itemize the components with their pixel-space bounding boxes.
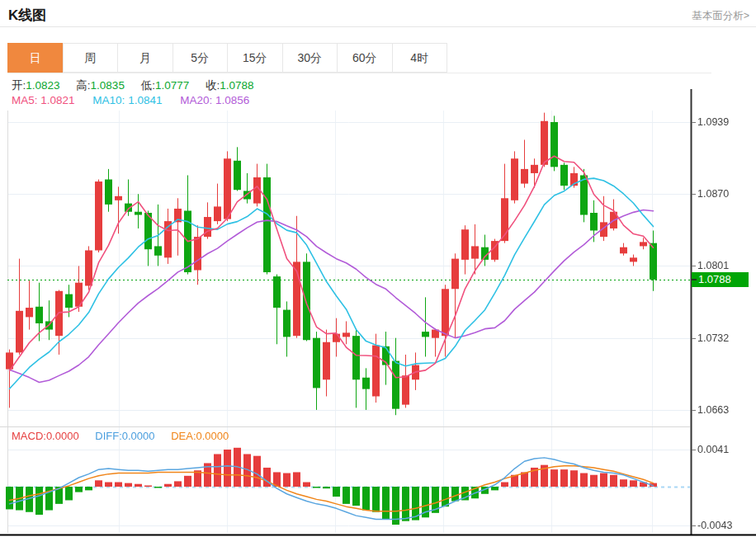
kline-chart-canvas[interactable] [0, 0, 756, 537]
price-axis-tick-label: 1.0732 [697, 332, 752, 345]
tick-dash-icon [692, 279, 697, 280]
price-axis-tick-label: 1.0870 [697, 187, 752, 200]
macd-axis-tick-label: 0.0041 [697, 443, 752, 456]
price-axis-tick-label: 1.0801 [697, 259, 752, 272]
price-axis-tick-label: 1.0663 [697, 403, 752, 417]
diff-value: DIFF:0.0000 [95, 430, 154, 442]
price-axis-tick-label: 1.0939 [697, 115, 752, 129]
last-price-value: 1.0788 [698, 273, 731, 285]
kline-page: K线图 基本面分析> 日周月5分15分30分60分4时 开:1.0823 高:1… [0, 0, 756, 537]
macd-axis-tick-label: -0.0043 [697, 519, 752, 532]
macd-readout: MACD:0.0000 DIFF:0.0000 DEA:0.0000 [12, 430, 229, 442]
last-price-badge: 1.0788 [692, 272, 749, 287]
dea-value: DEA:0.0000 [171, 430, 229, 442]
macd-value: MACD:0.0000 [12, 430, 79, 442]
